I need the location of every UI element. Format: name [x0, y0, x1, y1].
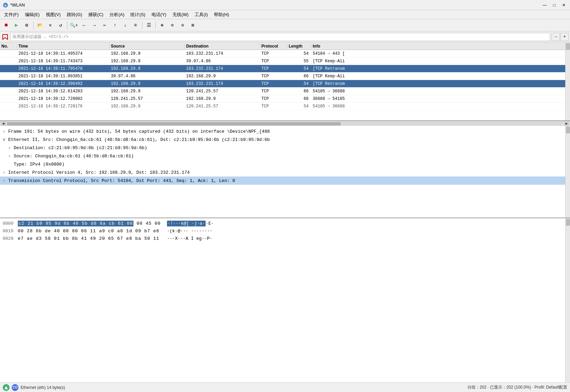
col-header-len: Length	[287, 44, 311, 49]
colorize-button[interactable]: ☰	[144, 21, 154, 30]
menu-item-y[interactable]: 电话(Y)	[149, 11, 169, 18]
menu-item-h[interactable]: 帮助(H)	[211, 11, 232, 18]
filter-input[interactable]	[10, 33, 550, 41]
packet-detail-content: ›Frame 191: 54 bytes on wire (432 bits),…	[0, 126, 565, 218]
packet-detail-scrollbar[interactable]	[565, 126, 570, 218]
col-header-proto: Protocol	[260, 44, 287, 49]
detail-row[interactable]: Type: IPv4 (0x0800)	[0, 160, 565, 168]
close-button[interactable]: ✕	[560, 2, 567, 9]
detail-expander[interactable]: ›	[3, 170, 8, 175]
cell-src: 192.168.29.9	[109, 89, 185, 94]
cell-proto: TCP	[260, 74, 287, 79]
detail-text: Ethernet II, Src: Chongqin_6a:cb:61 (40:…	[8, 137, 270, 142]
detail-row[interactable]: ›Destination: c2:21:b9:95:9d:6b (c2:21:b…	[0, 144, 565, 152]
cell-proto: TCP	[260, 59, 287, 64]
cell-dst: 39.97.4.86	[185, 59, 260, 64]
detail-row[interactable]: ›Source: Chongqin_6a:cb:61 (40:5b:d8:6a:…	[0, 152, 565, 160]
cell-info: 54104 → 443 [	[311, 51, 565, 56]
cell-dst: 183.232.231.174	[185, 66, 260, 71]
detail-text: Source: Chongqin_6a:cb:61 (40:5b:d8:6a:c…	[14, 154, 134, 159]
packet-detail: ›Frame 191: 54 bytes on wire (432 bits),…	[0, 126, 570, 218]
hex-dump-content: 0000 c2 21 b9 95 9d 6b 40 5b d8 6a cb 61…	[0, 218, 565, 382]
packet-row[interactable]: 2021-12-18 14:39:12.396492 192.168.29.9 …	[0, 80, 565, 88]
title-bar-title: *WLAN	[10, 2, 25, 8]
packet-row[interactable]: 2021-12-18 14:39:11.803851 39.97.4.86 19…	[0, 73, 565, 80]
zoom-out-pkt-button[interactable]: ⊖	[168, 21, 177, 30]
detail-row[interactable]: ∨Ethernet II, Src: Chongqin_6a:cb:61 (40…	[0, 135, 565, 144]
resize-columns-button[interactable]: ⊞	[188, 21, 198, 30]
packet-row[interactable]: 2021-12-18 14:39:12.728002 120.241.25.57…	[0, 95, 565, 103]
packet-list-hscroll[interactable]: ◀ ▶	[0, 121, 570, 126]
detail-row[interactable]: ›Internet Protocol Version 4, Src: 192.1…	[0, 168, 565, 177]
zoom-reset-pkt-button[interactable]: ⊙	[178, 21, 187, 30]
go-to-first-button[interactable]: ⇐	[100, 21, 109, 30]
cell-info: [TCP Keep-Ali	[311, 74, 565, 79]
filter-arrow-button[interactable]: →	[552, 33, 560, 41]
co-label: CO	[13, 386, 18, 389]
cell-len: 54	[287, 81, 311, 86]
cell-proto: TCP	[260, 89, 287, 94]
detail-expander[interactable]: ›	[8, 154, 14, 159]
hex-dump-scrollbar[interactable]	[565, 218, 570, 382]
next-button[interactable]: →	[90, 21, 99, 30]
toolbar-sep-2	[67, 22, 67, 29]
cell-proto: TCP	[260, 96, 287, 101]
packet-list-scrollbar[interactable]	[565, 42, 570, 120]
stop-capture-button[interactable]: ■	[1, 21, 11, 30]
reload-button[interactable]: ↺	[56, 21, 65, 30]
packet-row[interactable]: 2021-12-18 14:39:11.795470 192.168.29.9 …	[0, 65, 565, 73]
cell-info: 54105 → 36688	[311, 89, 565, 94]
filter-right: → +	[552, 33, 569, 41]
prev-button[interactable]: ←	[79, 21, 89, 30]
menu-item-i[interactable]: 工具(I)	[192, 11, 210, 18]
detail-text: Destination: c2:21:b9:95:9d:6b (c2:21:b9…	[14, 145, 147, 151]
menu-item-a[interactable]: 分析(A)	[107, 11, 127, 18]
packet-rows-container: 2021-12-18 14:39:11.495374 192.168.29.9 …	[0, 50, 565, 110]
cell-dst: 120.241.25.57	[185, 104, 260, 109]
zoom-in-pkt-button[interactable]: ⊕	[157, 21, 167, 30]
detail-expander[interactable]: ›	[3, 178, 8, 183]
cell-src: 192.168.29.9	[109, 66, 185, 71]
go-down-button[interactable]: ↓	[120, 21, 130, 30]
clear-button[interactable]: ✕	[46, 21, 55, 30]
maximize-button[interactable]: □	[551, 2, 558, 9]
go-to-last-button[interactable]: ≡	[131, 21, 140, 30]
packet-row[interactable]: 2021-12-18 14:39:12.728176 192.168.29.9 …	[0, 103, 565, 110]
minimize-button[interactable]: —	[541, 2, 548, 9]
start-capture-button[interactable]: ▶	[12, 21, 21, 30]
detail-expander[interactable]: ›	[3, 129, 8, 134]
hscroll-left-btn[interactable]: ◀	[1, 122, 6, 126]
status-text: 分组：202 · 已显示：202 (100.0%) · Profil: Defa…	[467, 385, 567, 390]
detail-expander[interactable]: ∨	[3, 137, 8, 142]
options-button[interactable]: ⚙	[22, 21, 31, 30]
menu-item-c[interactable]: 捕获(C)	[86, 11, 106, 18]
status-icon-green	[3, 384, 10, 391]
menu-item-e[interactable]: 编辑(E)	[22, 11, 42, 18]
detail-expander[interactable]: ›	[8, 145, 14, 151]
detail-row[interactable]: ›Frame 191: 54 bytes on wire (432 bits),…	[0, 127, 565, 135]
hex-bytes: c2 21 b9 95 9d 6b 40 5b d8 6a cb 61 08 0…	[18, 221, 161, 226]
filter-add-button[interactable]: +	[560, 33, 569, 41]
menu-item-f[interactable]: 文件(F)	[1, 11, 22, 18]
menu-item-w[interactable]: 无线(W)	[170, 11, 191, 18]
packet-row[interactable]: 2021-12-18 14:39:11.743473 192.168.29.9 …	[0, 57, 565, 65]
cell-info: 54105 → 36688	[311, 104, 565, 109]
eth-info: Ethernet (eth) 14 byte(s)	[21, 385, 65, 390]
packet-row[interactable]: 2021-12-18 14:39:12.614283 192.168.29.9 …	[0, 88, 565, 95]
menu-item-s[interactable]: 统计(S)	[128, 11, 148, 18]
cell-info: 36688 → 54105	[311, 96, 565, 101]
cell-len: 54	[287, 66, 311, 71]
hscroll-right-btn[interactable]: ▶	[564, 122, 569, 126]
menu-item-v[interactable]: 视图(V)	[43, 11, 63, 18]
go-up-button[interactable]: ↑	[110, 21, 120, 30]
packet-row[interactable]: 2021-12-18 14:39:11.495374 192.168.29.9 …	[0, 50, 565, 57]
cell-time: 2021-12-18 14:39:12.728176	[17, 104, 109, 109]
zoom-in-button[interactable]: 🔍+	[69, 21, 79, 30]
cell-dst: 120.241.25.57	[185, 89, 260, 94]
detail-row[interactable]: ›Transmission Control Protocol, Src Port…	[0, 177, 565, 185]
detail-text: Frame 191: 54 bytes on wire (432 bits), …	[8, 129, 270, 134]
cell-src: 192.168.29.9	[109, 81, 185, 86]
open-file-button[interactable]: 📂	[35, 21, 45, 30]
menu-item-g[interactable]: 跳转(G)	[64, 11, 85, 18]
cell-info: [TCP Retransm	[311, 81, 565, 86]
